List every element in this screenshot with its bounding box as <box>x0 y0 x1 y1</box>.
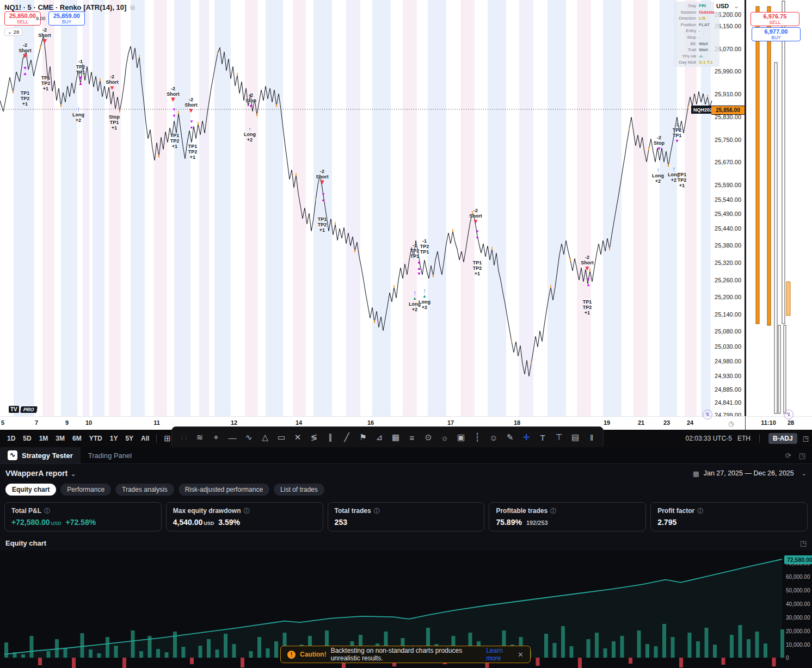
expand-icon[interactable]: ◳ <box>800 539 807 547</box>
timeframe-6m[interactable]: 6M <box>69 433 85 444</box>
equity-bar-loss <box>578 658 582 668</box>
anchored-text-icon[interactable]: ⊤ <box>552 432 566 442</box>
panel-divider[interactable] <box>745 0 746 430</box>
session-toggle[interactable]: ETH <box>737 435 751 442</box>
report-tab-equity-chart[interactable]: Equity chart <box>5 484 56 496</box>
timeframe-3m[interactable]: 3M <box>52 433 69 444</box>
main-chart-pane[interactable]: -2Short▼▾▴TP1TP2+1-2Short▼TP1TP2+1-1TP2T… <box>0 0 745 430</box>
report-tab-performance[interactable]: Performance <box>60 484 111 496</box>
strategy-lightning-icon[interactable]: ↯ <box>784 410 793 419</box>
info-icon[interactable]: ⓘ <box>44 508 50 514</box>
data-window-row: SessionOutside <box>675 9 718 16</box>
maximize-icon[interactable]: ◳ <box>799 451 805 460</box>
caution-title: Caution! <box>300 651 327 658</box>
strategy-lightning-icon[interactable]: ↯ <box>703 410 712 419</box>
trade-marker-arrow-icon: ▼ <box>316 180 329 185</box>
trade-marker-label: TP1 <box>473 260 482 265</box>
emoji-icon[interactable]: ☺ <box>487 433 501 442</box>
vertical-line-icon[interactable]: ┆ <box>470 432 484 442</box>
refresh-icon[interactable]: ⟳ <box>785 451 791 460</box>
trade-marker-label: Stop <box>109 114 120 120</box>
data-window-row: PositionFLAT <box>675 22 718 28</box>
maximize-icon[interactable]: ◳ <box>803 435 809 442</box>
time-axis-label: 21 <box>638 419 644 426</box>
renko-price-chart[interactable] <box>0 0 745 416</box>
volume-profile-icon[interactable]: ‖ <box>585 433 599 442</box>
cross-tool-icon[interactable]: ✕ <box>291 432 305 442</box>
session-band <box>603 0 622 416</box>
trade-marker-label: TP1 <box>170 133 180 138</box>
info-icon[interactable]: ⓘ <box>374 508 380 514</box>
object-tree-collapse-box[interactable]: ⌄ 28 <box>4 28 22 36</box>
polyline-icon[interactable]: ∿ <box>242 432 256 442</box>
report-tab-list-of-trades[interactable]: List of trades <box>274 484 324 496</box>
bars-pattern-icon[interactable]: ∥ <box>323 432 337 442</box>
drag-handle-icon[interactable]: ⋮⋮ <box>176 435 190 440</box>
trend-line-icon[interactable]: ≋ <box>193 432 207 442</box>
session-band <box>93 0 104 416</box>
pin-icon[interactable]: ⌖ <box>209 432 223 442</box>
timeframe-1y[interactable]: 1Y <box>106 433 122 444</box>
trade-marker: StopTP1+1 <box>109 114 120 131</box>
align-lines-icon[interactable]: ≡ <box>405 433 419 442</box>
clock-display[interactable]: 02:03:33 UTC-5 <box>686 435 732 442</box>
tradingview-logo[interactable]: TV PRO <box>9 406 36 413</box>
parallel-channel-icon[interactable]: ≶ <box>307 432 321 442</box>
buy-button[interactable]: 25,859.00 BUY <box>48 11 85 26</box>
price-tick: 24,980.00 <box>694 358 741 364</box>
info-icon[interactable]: ⓘ <box>697 508 703 514</box>
pattern-triangle-icon[interactable]: △ <box>258 432 272 442</box>
symbol-title[interactable]: NQ1! · 5 · CME · Renko [ATR(14), 10]⊖ <box>4 3 135 11</box>
trade-marker: -2Short▼ <box>38 27 51 44</box>
text-icon[interactable]: T <box>536 433 550 442</box>
trade-marker-label: TP2 <box>76 64 85 70</box>
timeframe-all[interactable]: All <box>137 433 153 444</box>
sell-button[interactable]: 25,850.00 SELL <box>4 11 41 26</box>
trade-marker: -1TP2TP1 <box>410 243 420 259</box>
trade-marker-arrow-icon: ▼ <box>581 265 594 271</box>
measure-icon[interactable]: ⊿ <box>372 432 386 442</box>
data-window-row: Entry- <box>675 28 718 34</box>
date-range-selector[interactable]: ▦ Jan 27, 2025 — Dec 26, 2025 ⌄ <box>693 469 807 478</box>
tab-trading-panel[interactable]: Trading Panel <box>81 447 139 463</box>
alarm-clock-icon[interactable]: ◷ <box>728 420 734 428</box>
currency-dropdown[interactable]: USD ⌄ <box>714 1 745 13</box>
grid-icon[interactable]: ▦ <box>389 432 403 442</box>
timeframe-5y[interactable]: 5Y <box>121 433 137 444</box>
timeframe-1m[interactable]: 1M <box>35 433 52 444</box>
table-icon[interactable]: ▤ <box>568 432 582 442</box>
trade-marker: ▾▴ <box>23 65 26 76</box>
secondary-buy-button[interactable]: 6,977.00 BUY <box>752 27 801 41</box>
timeframe-1d[interactable]: 1D <box>3 433 19 444</box>
trade-marker-label: TP1 <box>188 144 198 149</box>
secondary-chart-pane[interactable]: E… · Renko [AT… ⊖ 6,976.75 SELL 6,977.00… <box>746 0 812 430</box>
report-tab-trades-analysis[interactable]: Trades analysis <box>115 484 174 496</box>
data-window-row: TrailWait <box>675 47 718 53</box>
collapse-indicator-icon[interactable]: ⊖ <box>130 4 135 11</box>
image-icon[interactable]: ▣ <box>454 432 468 442</box>
timeframe-5d[interactable]: 5D <box>19 433 35 444</box>
brush-icon[interactable]: ✎ <box>503 432 517 442</box>
adjustment-toggle[interactable]: B-ADJ <box>768 433 797 444</box>
timeframe-ytd[interactable]: YTD <box>85 433 106 444</box>
crosshair-icon[interactable]: ✛ <box>519 432 533 442</box>
line-segment-icon[interactable]: ╱ <box>340 432 354 442</box>
target-icon[interactable]: ⊙ <box>421 432 435 442</box>
flag-icon[interactable]: ⚑ <box>356 432 370 442</box>
report-tab-risk-adjusted-performance[interactable]: Risk-adjusted performance <box>179 484 269 496</box>
equity-bar-loss <box>241 658 244 667</box>
trade-marker: ↑Long+2 <box>244 126 256 143</box>
info-icon[interactable]: ⓘ <box>550 508 556 514</box>
rectangle-icon[interactable]: ▭ <box>274 432 288 442</box>
report-selector[interactable]: VWapperA report⌄ <box>5 469 76 478</box>
secondary-sell-button[interactable]: 6,976.75 SELL <box>751 12 799 26</box>
horizontal-line-icon[interactable]: ― <box>225 433 239 442</box>
time-axis-label: 28 <box>788 419 794 426</box>
close-icon[interactable]: ✕ <box>518 651 524 659</box>
idea-icon[interactable]: ☼ <box>438 433 452 442</box>
secondary-renko-chart[interactable] <box>746 0 812 416</box>
tab-strategy-tester[interactable]: ∿ Strategy Tester <box>0 447 81 463</box>
info-icon[interactable]: ⓘ <box>243 508 249 514</box>
learn-more-link[interactable]: Learn more <box>486 647 513 662</box>
trade-marker-label: -1 <box>410 243 420 248</box>
